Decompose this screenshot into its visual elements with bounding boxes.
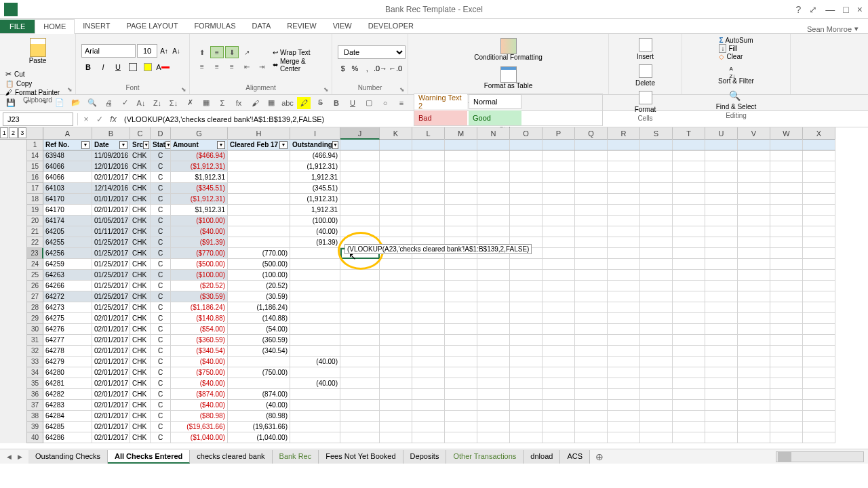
cell-J32[interactable]: [340, 346, 380, 357]
clear-button[interactable]: Clear: [719, 53, 753, 60]
cell-J27[interactable]: [340, 291, 380, 302]
cell-P37[interactable]: [542, 400, 575, 411]
cell-R26[interactable]: [608, 281, 640, 291]
cell-Q37[interactable]: [575, 400, 608, 411]
cell-G33[interactable]: ($40.00): [171, 357, 228, 367]
cell-O29[interactable]: [510, 313, 542, 324]
cell-C18[interactable]: CHK: [130, 194, 151, 205]
cell-W14[interactable]: [770, 150, 803, 161]
cell-M18[interactable]: [445, 194, 477, 205]
cell-X16[interactable]: [803, 172, 835, 183]
cell-W18[interactable]: [770, 194, 803, 205]
cell-P21[interactable]: [542, 226, 575, 237]
close-icon[interactable]: ×: [857, 4, 863, 15]
cell-M34[interactable]: [445, 367, 477, 378]
cell-P24[interactable]: [542, 259, 575, 270]
cell-R22[interactable]: [608, 237, 640, 248]
fill-color-button[interactable]: [141, 60, 155, 74]
filter-arrow-icon[interactable]: ▼: [332, 141, 338, 149]
cell-V36[interactable]: [738, 389, 770, 400]
column-header-N[interactable]: N: [477, 127, 510, 140]
cell-A39[interactable]: 64285: [43, 422, 92, 432]
help-icon[interactable]: ?: [796, 4, 802, 15]
delete-cells-button[interactable]: Delete: [614, 63, 676, 88]
cell-T30[interactable]: [673, 324, 705, 335]
increase-indent-button[interactable]: ⇥: [255, 60, 269, 73]
cell-A37[interactable]: 64283: [43, 400, 92, 411]
cell-A35[interactable]: 64281: [43, 378, 92, 389]
cell-I21[interactable]: (40.00): [290, 226, 340, 237]
cell-I38[interactable]: [290, 411, 340, 422]
cell-P22[interactable]: [542, 237, 575, 248]
row-header[interactable]: 28: [27, 302, 43, 313]
cell-A21[interactable]: 64205: [43, 226, 92, 237]
header-cell-H[interactable]: Cleared Feb 17▼: [228, 140, 290, 150]
cell-C36[interactable]: CHK: [130, 389, 151, 400]
cell-L35[interactable]: [412, 378, 445, 389]
outline-level-1[interactable]: 1: [0, 127, 8, 138]
accept-formula-button[interactable]: ✓: [93, 113, 106, 126]
cell-H32[interactable]: (340.54): [228, 346, 290, 357]
cell-R35[interactable]: [608, 378, 640, 389]
cell-O26[interactable]: [510, 281, 542, 291]
cell-J18[interactable]: [340, 194, 380, 205]
cell-S38[interactable]: [640, 411, 673, 422]
filter-arrow-icon[interactable]: ▼: [165, 141, 171, 149]
cell-M31[interactable]: [445, 335, 477, 346]
cell-P36[interactable]: [542, 389, 575, 400]
header-cell-J[interactable]: [340, 140, 380, 150]
cell-D23[interactable]: C: [151, 248, 171, 259]
cell-T36[interactable]: [673, 389, 705, 400]
cell-L16[interactable]: [412, 172, 445, 183]
cell-V22[interactable]: [738, 237, 770, 248]
paste-button[interactable]: Paste: [5, 37, 70, 66]
cell-X31[interactable]: [803, 335, 835, 346]
cell-S24[interactable]: [640, 259, 673, 270]
cell-T25[interactable]: [673, 270, 705, 281]
cell-L15[interactable]: [412, 161, 445, 172]
cell-T31[interactable]: [673, 335, 705, 346]
cell-G28[interactable]: ($1,186.24): [171, 302, 228, 313]
sheet-tab-dnload[interactable]: dnload: [524, 450, 560, 464]
cell-Q27[interactable]: [575, 291, 608, 302]
cell-Q32[interactable]: [575, 346, 608, 357]
cell-D36[interactable]: C: [151, 389, 171, 400]
cell-A14[interactable]: 63948: [43, 150, 92, 161]
cell-T27[interactable]: [673, 291, 705, 302]
cell-O37[interactable]: [510, 400, 542, 411]
cell-S39[interactable]: [640, 422, 673, 432]
cell-K14[interactable]: [380, 150, 412, 161]
cell-W33[interactable]: [770, 357, 803, 367]
cell-R39[interactable]: [608, 422, 640, 432]
cell-G18[interactable]: ($1,912.31): [171, 194, 228, 205]
filter-arrow-icon[interactable]: ▼: [143, 141, 149, 149]
cell-B28[interactable]: 01/25/2017: [92, 302, 130, 313]
cell-U24[interactable]: [705, 259, 738, 270]
cell-X18[interactable]: [803, 194, 835, 205]
style-bad[interactable]: Bad: [414, 110, 467, 125]
cell-U36[interactable]: [705, 389, 738, 400]
cell-S27[interactable]: [640, 291, 673, 302]
cell-L36[interactable]: [412, 389, 445, 400]
cell-J25[interactable]: [340, 270, 380, 281]
cell-U31[interactable]: [705, 335, 738, 346]
header-cell-N[interactable]: [477, 140, 510, 150]
cell-T38[interactable]: [673, 411, 705, 422]
cell-T17[interactable]: [673, 183, 705, 194]
cell-M26[interactable]: [445, 281, 477, 291]
cell-O14[interactable]: [510, 150, 542, 161]
cell-M14[interactable]: [445, 150, 477, 161]
cell-J40[interactable]: [340, 432, 380, 443]
cell-Q16[interactable]: [575, 172, 608, 183]
cell-V31[interactable]: [738, 335, 770, 346]
cell-I25[interactable]: [290, 270, 340, 281]
cell-O32[interactable]: [510, 346, 542, 357]
cell-S17[interactable]: [640, 183, 673, 194]
cell-J37[interactable]: [340, 400, 380, 411]
cell-S33[interactable]: [640, 357, 673, 367]
cell-K19[interactable]: [380, 205, 412, 216]
minimize-icon[interactable]: —: [825, 4, 835, 15]
cell-B16[interactable]: 02/01/2017: [92, 172, 130, 183]
cell-B22[interactable]: 01/25/2017: [92, 237, 130, 248]
cell-V33[interactable]: [738, 357, 770, 367]
